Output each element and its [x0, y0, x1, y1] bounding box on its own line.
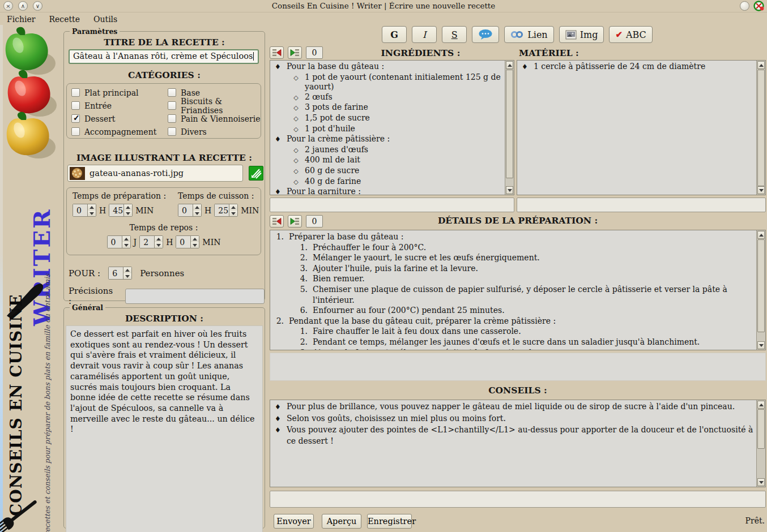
spin-up-icon[interactable] [155, 236, 163, 242]
materiel-scrollbar[interactable] [756, 61, 765, 195]
checkbox-icon[interactable] [168, 88, 176, 97]
checkbox-icon[interactable] [71, 88, 80, 97]
category-checkbox-row[interactable]: Pain & Viennoiserie [168, 112, 264, 125]
spin-down-icon[interactable] [123, 273, 131, 280]
details-list[interactable]: 1. Préparer la base du gâteau : 1. Préch… [270, 230, 766, 350]
underline-button[interactable]: S [442, 26, 467, 43]
spin-up-icon[interactable] [123, 267, 131, 273]
spin-down-icon[interactable] [88, 211, 96, 217]
ingredient-item[interactable]: 60 g de sucre [271, 166, 504, 177]
conseil-item[interactable]: Pour plus de brillance, vous pouvez napp… [271, 401, 756, 413]
ingredient-new-item-input[interactable] [270, 198, 514, 212]
scroll-down-icon[interactable] [506, 186, 513, 194]
checkbox-icon[interactable] [168, 101, 176, 110]
preparation-step[interactable]: 1. Préparer la base du gâteau : [271, 231, 756, 242]
scrollbar-thumb[interactable] [757, 70, 765, 186]
menu-item[interactable]: Fichier [7, 15, 36, 24]
preparation-step[interactable]: 1. Faire chauffer le lait à feu doux dan… [271, 326, 756, 337]
category-checkbox-row[interactable]: Biscuits & Friandises [168, 99, 264, 112]
precisions-input[interactable] [125, 289, 265, 304]
spin-up-icon[interactable] [124, 204, 132, 211]
insert-image-button[interactable]: Img [559, 26, 604, 43]
category-checkbox-row[interactable]: Entrée [71, 99, 168, 112]
ingredient-item[interactable]: Pour la base du gâteau : [271, 62, 504, 72]
cook-minutes-spinner[interactable]: 25 [214, 204, 238, 217]
preparation-step[interactable]: 3. Ajouter l'huile, puis la farine et la… [271, 263, 756, 274]
spin-up-icon[interactable] [191, 236, 199, 242]
spin-down-icon[interactable] [124, 211, 132, 217]
rest-days-spinner[interactable]: 0 [107, 235, 131, 248]
scroll-up-icon[interactable] [757, 401, 765, 409]
menu-item[interactable]: Recette [49, 15, 80, 24]
description-textarea[interactable]: Ce dessert est parfait en hiver où les f… [66, 325, 263, 532]
preparation-step[interactable]: 4. Bien remuer. [271, 273, 756, 284]
preparation-step[interactable]: 2. Mélanger le yaourt, le sucre et les œ… [271, 252, 756, 263]
scroll-up-icon[interactable] [506, 61, 513, 69]
scroll-down-icon[interactable] [757, 478, 765, 486]
menu-item[interactable]: Outils [93, 15, 117, 24]
ingredient-item[interactable]: 2 jaunes d'œufs [271, 145, 504, 156]
scrollbar-thumb[interactable] [506, 70, 513, 178]
window-unshade-button[interactable]: ∨ [33, 1, 42, 11]
ingredient-item[interactable]: 1 pot de yaourt (contenant initialement … [271, 72, 504, 92]
ingredient-item[interactable]: 1 pot d'huile [271, 124, 504, 135]
spinner-buttons[interactable] [154, 236, 163, 248]
spin-down-icon[interactable] [193, 211, 201, 217]
checkbox-icon[interactable] [168, 114, 176, 123]
category-checkbox-row[interactable]: Plat principal [71, 86, 168, 99]
conseil-new-item-input[interactable] [270, 491, 766, 508]
preview-button[interactable]: Aperçu [322, 514, 361, 529]
spin-down-icon[interactable] [229, 211, 237, 217]
cook-hours-spinner[interactable]: 0 [178, 204, 202, 217]
ingredient-item[interactable]: 400 ml de lait [271, 155, 504, 166]
image-edit-button[interactable] [249, 166, 263, 181]
list-indent-button[interactable] [288, 215, 302, 228]
spin-down-icon[interactable] [122, 242, 130, 248]
ingredient-item[interactable]: 1,5 pot de sucre [271, 113, 504, 124]
spinner-buttons[interactable] [123, 267, 131, 279]
spin-down-icon[interactable] [155, 242, 163, 248]
category-checkbox-row[interactable]: Dessert [71, 112, 168, 125]
list-indent-button[interactable] [288, 46, 302, 59]
ingredient-item[interactable]: Pour la crème pâtissière : [271, 134, 504, 145]
window-close-button[interactable]: × [3, 1, 13, 11]
window-shade-button[interactable]: ∧ [18, 1, 28, 11]
preparation-step[interactable]: 2. Pendant que la base du gâteau cuit, p… [271, 316, 756, 327]
window-menu-button[interactable] [740, 1, 749, 11]
italic-button[interactable]: I [412, 26, 437, 43]
category-checkbox-row[interactable]: Accompagnement [71, 125, 168, 138]
spin-up-icon[interactable] [122, 236, 130, 242]
checkbox-icon[interactable] [71, 114, 80, 123]
materiel-item[interactable]: 1 cercle à pâtisserie de 24 cm de diamèt… [518, 62, 756, 72]
checkbox-icon[interactable] [71, 127, 80, 136]
preparation-step[interactable]: 3. Ajouter la farine et mélanger en évit… [271, 347, 756, 350]
conseil-item[interactable]: Vous pouvez ajouter des pointes de <L1>c… [271, 424, 756, 447]
spellcheck-button[interactable]: ✔ ABC [609, 26, 652, 43]
ingredient-item[interactable]: 3 pots de farine [271, 102, 504, 113]
ingredient-item[interactable]: 40 g de farine [271, 177, 504, 187]
scroll-down-icon[interactable] [757, 341, 765, 349]
list-outdent-button[interactable] [270, 215, 284, 228]
spinner-buttons[interactable] [229, 204, 237, 216]
spinner-buttons[interactable] [122, 236, 130, 248]
prep-minutes-spinner[interactable]: 45 [109, 204, 133, 217]
list-outdent-button[interactable] [270, 46, 284, 59]
preparation-step[interactable]: 5. Chemiser une plaque de cuisson de pap… [271, 284, 756, 305]
prep-hours-spinner[interactable]: 0 [73, 204, 96, 217]
spinner-buttons[interactable] [193, 204, 201, 216]
preparation-step[interactable]: 2. Pendant ce temps, mélanger les jaunes… [271, 337, 756, 347]
ingredients-scrollbar[interactable] [505, 61, 514, 195]
checkbox-icon[interactable] [71, 101, 80, 110]
rest-hours-spinner[interactable]: 2 [139, 235, 163, 248]
ingredient-item[interactable]: 2 œufs [271, 92, 504, 103]
send-button[interactable]: Envoyer [274, 514, 314, 529]
save-button[interactable]: Enregistrer [367, 514, 412, 529]
spin-down-icon[interactable] [191, 242, 199, 248]
preparation-step[interactable]: 6. Enfourner au four (200°C) pendant 25 … [271, 305, 756, 316]
scrollbar-thumb[interactable] [757, 239, 765, 332]
details-scrollbar[interactable] [756, 230, 765, 350]
spin-up-icon[interactable] [229, 204, 237, 211]
scroll-down-icon[interactable] [757, 186, 765, 194]
servings-spinner[interactable]: 6 [108, 267, 132, 280]
materiel-new-item-input[interactable] [517, 198, 766, 212]
